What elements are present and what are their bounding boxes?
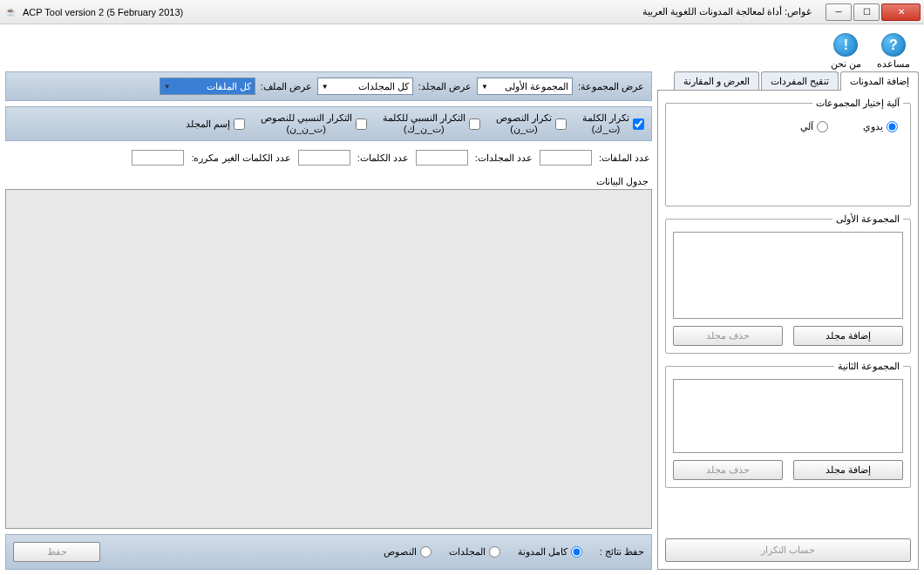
data-table[interactable]	[5, 189, 652, 529]
selection-mode-fieldset: آلية إختيار المجموعات يدوي آلي	[665, 98, 911, 206]
filter-row: عرض المجموعة: المجموعة الأولى▼ عرض المجل…	[5, 71, 652, 101]
words-count-field[interactable]	[298, 150, 350, 166]
words-count-label: عدد الكلمات:	[357, 152, 409, 164]
app-title: ACP Tool version 2 (5 February 2013)	[23, 7, 183, 17]
group2-delete-button[interactable]: حذف مجلد	[673, 460, 783, 480]
group-filter-label: عرض المجموعة:	[578, 81, 644, 92]
save-row: حفظ نتائج : كامل المدونة المجلدات النصوص…	[5, 534, 652, 570]
group1-legend: المجموعة الأولى	[832, 213, 903, 225]
column-checkbox-row: تكرار الكلمة(ت_ك) تكرار النصوص(ت_ن) التك…	[5, 106, 652, 141]
tab-view-compare[interactable]: العرض و المقارنة	[674, 71, 759, 91]
stats-row: عدد الملفات: عدد المجلدات: عدد الكلمات: …	[5, 146, 652, 169]
help-button[interactable]: ? مساعده	[877, 33, 910, 70]
group-filter-select[interactable]: المجموعة الأولى▼	[477, 78, 573, 95]
info-icon: !	[833, 33, 858, 57]
java-icon: ☕	[3, 5, 17, 19]
unique-words-field[interactable]	[132, 150, 184, 166]
files-count-field[interactable]	[540, 150, 592, 166]
file-filter-label: عرض الملف:	[261, 81, 312, 92]
radio-texts[interactable]: النصوص	[384, 546, 431, 558]
save-results-label: حفظ نتائج :	[600, 546, 644, 558]
group1-list[interactable]	[673, 232, 903, 319]
chk-rel-word-freq[interactable]: التكرار النسبي للكلمة(ت_ن_ك)	[383, 112, 480, 135]
group2-add-button[interactable]: إضافة مجلد	[793, 460, 903, 480]
radio-manual[interactable]: يدوي	[863, 121, 898, 132]
calculate-button[interactable]: حساب التكرار	[665, 538, 911, 562]
question-icon: ?	[881, 33, 906, 57]
chk-word-freq[interactable]: تكرار الكلمة(ت_ك)	[582, 112, 644, 135]
minimize-button[interactable]: ─	[825, 3, 852, 21]
maximize-button[interactable]: ☐	[853, 3, 880, 21]
about-button[interactable]: ! من نحن	[831, 33, 861, 70]
folders-count-label: عدد المجلدات:	[475, 152, 533, 164]
help-label: مساعده	[877, 58, 910, 70]
folders-count-field[interactable]	[416, 150, 468, 166]
arabic-title: غواص: أداة لمعالجة المدونات اللغوية العر…	[183, 6, 820, 17]
selection-legend: آلية إختيار المجموعات	[812, 98, 903, 109]
group2-fieldset: المجموعة الثانية إضافة مجلد حذف مجلد	[665, 361, 911, 488]
group2-list[interactable]	[673, 379, 903, 453]
close-button[interactable]: ✕	[881, 3, 921, 21]
save-button[interactable]: حفظ	[13, 542, 100, 562]
chk-folder-name[interactable]: إسم المجلد	[186, 118, 245, 130]
data-table-label: جدول البيانات	[5, 174, 652, 189]
files-count-label: عدد الملفات:	[599, 152, 650, 164]
radio-folders[interactable]: المجلدات	[449, 546, 500, 558]
folder-filter-select[interactable]: كل المجلدات▼	[317, 78, 413, 95]
radio-full-corpus[interactable]: كامل المدونة	[518, 546, 582, 558]
titlebar: ☕ ACP Tool version 2 (5 February 2013) غ…	[0, 0, 924, 24]
unique-words-label: عدد الكلمات الغير مكرره:	[191, 152, 290, 164]
group2-legend: المجموعة الثانية	[834, 361, 903, 372]
group1-fieldset: المجموعة الأولى إضافة مجلد حذف مجلد	[665, 213, 911, 354]
file-filter-select[interactable]: كل الملفات▼	[160, 78, 255, 95]
tab-refine-vocab[interactable]: تنقيح المفردات	[761, 71, 839, 91]
group1-add-button[interactable]: إضافة مجلد	[793, 326, 903, 346]
group1-delete-button[interactable]: حذف مجلد	[673, 326, 783, 346]
folder-filter-label: عرض المجلد:	[418, 81, 472, 92]
chk-text-freq[interactable]: تكرار النصوص(ت_ن)	[496, 112, 567, 135]
tab-add-corpus[interactable]: إضافة المدونات	[840, 71, 919, 91]
radio-auto[interactable]: آلي	[800, 121, 828, 132]
about-label: من نحن	[831, 58, 861, 70]
chk-rel-text-freq[interactable]: التكرار النسبي للنصوص(ت_ن_ن)	[261, 112, 367, 135]
